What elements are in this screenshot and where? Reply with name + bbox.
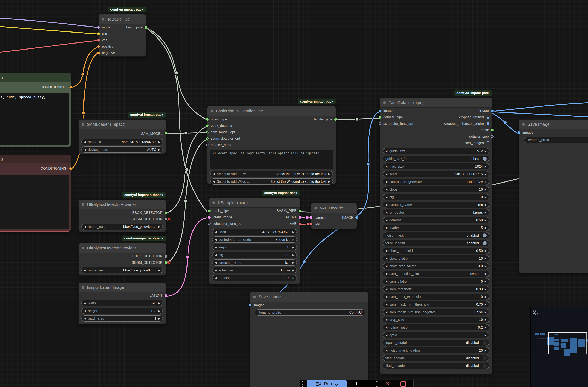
prompt-text-input[interactable]: s, nude, spread_pussy, xyxy=(0,93,69,145)
increment-arrow-icon[interactable]: ▶ xyxy=(485,173,487,176)
widget-cfg[interactable]: ◀cfg1.0▶ xyxy=(212,252,297,258)
widget-sam-threshold[interactable]: ◀sam_threshold0.93▶ xyxy=(383,286,489,292)
increment-arrow-icon[interactable]: ▶ xyxy=(485,311,487,313)
widget-select-to-add-lora[interactable]: ◀Select to add LoRASelect the LoRA to ad… xyxy=(210,171,333,177)
increment-arrow-icon[interactable]: ▶ xyxy=(292,269,294,272)
node-title-bar[interactable]: Empty Latent Image xyxy=(79,283,166,292)
increment-arrow-icon[interactable]: ▶ xyxy=(485,211,487,214)
input-slot-detailer_hook[interactable] xyxy=(206,143,209,146)
minimap-panel[interactable] xyxy=(530,307,588,387)
widget-scheduler[interactable]: ◀schedulerkarras▶ xyxy=(383,209,489,215)
node-title-bar[interactable]: KSampler (pipe) xyxy=(209,198,300,208)
decrement-arrow-icon[interactable]: ◀ xyxy=(215,231,217,233)
node-negative-prompt[interactable]: ot) CONDITIONING xyxy=(0,155,71,232)
widget-sam-mask-hint-threshold[interactable]: ◀sam_mask_hint_threshold0.70▶ xyxy=(383,301,489,307)
increment-arrow-icon[interactable]: ▶ xyxy=(485,265,487,267)
decrement-arrow-icon[interactable]: ◀ xyxy=(385,249,387,252)
decrement-arrow-icon[interactable]: ◀ xyxy=(385,311,387,313)
widget-inpaint-model[interactable]: inpaint_modeldisabled xyxy=(383,340,489,346)
increment-arrow-icon[interactable]: ▶ xyxy=(485,303,487,306)
widget-steps[interactable]: ◀steps10▶ xyxy=(212,244,297,250)
widget-guide-size-for[interactable]: guide_size_forbbox xyxy=(383,156,489,162)
toggle-dot-icon[interactable] xyxy=(483,157,487,161)
decrement-arrow-icon[interactable]: ◀ xyxy=(385,280,387,283)
wildcard-spec-input[interactable]: wildcard spec: if kept empty, this optio… xyxy=(210,150,333,169)
increment-arrow-icon[interactable]: ▶ xyxy=(485,196,487,199)
input-slot-scheduler_func_opt[interactable] xyxy=(378,122,381,125)
input-slot-sam_model_opt[interactable] xyxy=(206,131,209,133)
run-options-chevron-icon[interactable] xyxy=(335,382,338,385)
increment-arrow-icon[interactable]: ▶ xyxy=(485,334,487,336)
increment-arrow-icon[interactable]: ▶ xyxy=(158,309,160,312)
increment-arrow-icon[interactable]: ▶ xyxy=(158,317,160,320)
minimap-settings-icon[interactable] xyxy=(533,310,538,315)
input-slot-image[interactable] xyxy=(378,109,381,112)
widget-filename-prefix[interactable]: filename_prefixComfyUI xyxy=(255,309,365,316)
widget-select-to-add-wildc[interactable]: ◀Select to add Wildc ...Select the Wildc… xyxy=(210,178,333,184)
node-ultralytics-detector-provider-1[interactable]: comfyui-impact-subpack UltralyticsDetect… xyxy=(78,200,166,232)
widget-refiner-ratio[interactable]: ◀refiner_ratio0.2▶ xyxy=(383,324,489,330)
widget-batch-size[interactable]: ◀batch_size1▶ xyxy=(82,315,163,322)
output-slot-conditioning[interactable] xyxy=(69,167,72,170)
increment-arrow-icon[interactable]: ▶ xyxy=(485,349,487,352)
widget-steps[interactable]: ◀steps10▶ xyxy=(383,186,489,192)
batch-count-input[interactable]: 1 xyxy=(353,380,380,387)
increment-arrow-icon[interactable]: ▶ xyxy=(292,246,294,249)
decrement-arrow-icon[interactable]: ◀ xyxy=(385,196,387,199)
node-title[interactable]: ot) xyxy=(0,155,71,163)
input-slot-segm_detector_opt[interactable] xyxy=(206,137,209,140)
node-title-bar[interactable]: VAE Decode xyxy=(311,203,357,213)
decrement-arrow-icon[interactable]: ◀ xyxy=(84,141,86,143)
node-facedetailer-pipe[interactable]: comfyui-impact-pack FaceDetailer (pipe) … xyxy=(380,98,492,374)
decrement-arrow-icon[interactable]: ◀ xyxy=(215,277,217,279)
decrement-arrow-icon[interactable]: ◀ xyxy=(84,309,86,312)
collapse-dot-icon[interactable] xyxy=(253,296,256,298)
decrement-arrow-icon[interactable]: ◀ xyxy=(84,317,86,320)
input-slot-latent_image[interactable] xyxy=(208,216,210,219)
widget-noise-mask[interactable]: noise_maskenabled xyxy=(383,232,489,239)
input-slot-negative[interactable] xyxy=(97,52,100,54)
increment-arrow-icon[interactable]: ▶ xyxy=(485,150,487,152)
node-positive-prompt[interactable]: pt) CONDITIONING s, nude, spread_pussy, xyxy=(0,73,71,147)
input-slot-basic_pipe[interactable] xyxy=(206,118,209,121)
input-slot-images[interactable] xyxy=(518,131,520,134)
output-slot-image[interactable] xyxy=(491,109,494,112)
widget-control-after-generate[interactable]: ◀control after generaterandomize▶ xyxy=(383,179,489,185)
node-vae-decode[interactable]: VAE Decode samplesIMAGE vae xyxy=(311,203,357,229)
output-slot-image[interactable] xyxy=(355,216,358,219)
widget-force-inpaint[interactable]: force_inpaintenabled xyxy=(383,240,489,246)
decrement-arrow-icon[interactable]: ◀ xyxy=(385,181,387,183)
batch-count-stepper[interactable] xyxy=(376,381,378,387)
input-slot-positive[interactable] xyxy=(97,45,100,48)
increment-arrow-icon[interactable]: ▶ xyxy=(485,204,487,206)
output-slot-latent[interactable] xyxy=(298,216,301,219)
widget-tiled-encode[interactable]: tiled_encodedisabled xyxy=(383,355,489,361)
decrement-arrow-icon[interactable]: ◀ xyxy=(385,204,387,206)
increment-arrow-icon[interactable]: ▶ xyxy=(292,254,294,256)
decrement-arrow-icon[interactable]: ◀ xyxy=(385,226,387,229)
widget-tiled-decode[interactable]: tiled_decodedisabled xyxy=(383,363,489,369)
increment-arrow-icon[interactable]: ▶ xyxy=(158,269,160,272)
increment-arrow-icon[interactable]: ▶ xyxy=(485,295,487,298)
node-save-image-1[interactable]: Save Image images filename_prefixComfyUI xyxy=(250,292,368,387)
node-tobasicpipe[interactable]: comfyui-impact-pack ToBasicPipe modelbas… xyxy=(98,14,146,57)
decrement-arrow-icon[interactable]: ◀ xyxy=(385,303,387,306)
input-slot-detailer_pipe[interactable] xyxy=(378,116,381,119)
decrement-arrow-icon[interactable]: ◀ xyxy=(385,211,387,214)
increment-arrow-icon[interactable]: ▶ xyxy=(292,261,294,264)
input-slot-images[interactable] xyxy=(249,304,251,306)
increment-arrow-icon[interactable]: ▶ xyxy=(158,225,160,228)
output-slot-latent[interactable] xyxy=(165,294,167,297)
widget-sam-bbox-expansion[interactable]: ◀sam_bbox_expansion0▶ xyxy=(383,294,489,300)
node-samloader[interactable]: comfyui-impact-pack SAMLoader (Impact) S… xyxy=(78,119,166,154)
decrement-arrow-icon[interactable]: ◀ xyxy=(213,180,215,183)
decrement-arrow-icon[interactable]: ◀ xyxy=(84,302,86,305)
decrement-arrow-icon[interactable]: ◀ xyxy=(385,150,387,152)
increment-arrow-icon[interactable]: ▶ xyxy=(158,148,160,151)
minimap-graph[interactable] xyxy=(531,307,588,387)
decrement-icon[interactable] xyxy=(376,384,378,387)
widget-guide-size[interactable]: ◀guide_size512▶ xyxy=(383,148,489,154)
decrement-arrow-icon[interactable]: ◀ xyxy=(385,334,387,336)
node-title-bar[interactable]: UltralyticsDetectorProvider xyxy=(79,243,166,253)
node-title-bar[interactable]: Save Image xyxy=(519,120,588,129)
